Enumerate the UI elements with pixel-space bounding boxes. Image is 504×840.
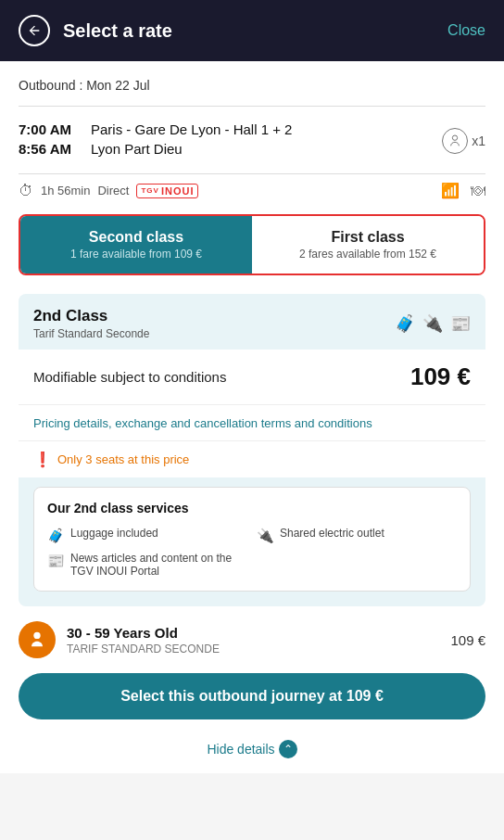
service-luggage-icon: 🧳 [47,528,65,544]
passenger-tarif-label: Tarif STANDARD SECONDE [67,643,220,655]
meta-left: ⏱ 1h 56min Direct TGV INOUI [19,183,198,199]
header: Select a rate Close [0,0,504,61]
arrive-station: Lyon Part Dieu [91,141,183,157]
back-button[interactable] [19,15,50,46]
outlet-icon: 🔌 [422,313,443,334]
service-outlet-icon: 🔌 [257,528,274,544]
close-button[interactable]: Close [447,22,485,39]
fare-card-icons: 🧳 🔌 📰 [395,313,471,334]
person-icon [447,134,462,148]
fare-card-tarif: Tarif Standard Seconde [33,327,149,340]
depart-station: Paris - Gare De Lyon - Hall 1 + 2 [91,121,292,137]
news-icon: 📰 [450,313,471,334]
service-news-icon: 📰 [47,553,65,569]
hide-details-link[interactable]: Hide details ⌃ [207,740,296,758]
class-selector: Second class 1 fare available from 109 €… [19,214,485,275]
fare-card-class-label: 2nd Class [33,307,149,325]
page-title: Select a rate [63,20,172,42]
service-news-label: News articles and content on the TGV INO… [70,552,247,578]
services-box: Our 2nd class services 🧳 Luggage include… [33,487,471,592]
fare-card: 2nd Class Tarif Standard Seconde 🧳 🔌 📰 M… [19,294,485,606]
passenger-count: x1 [472,134,485,148]
second-class-tab-name: Second class [30,229,243,246]
svg-point-0 [453,135,458,140]
back-arrow-icon [27,23,42,38]
passenger-details: 30 - 59 Years Old Tarif STANDARD SECONDE [67,625,220,655]
fare-price: 109 € [410,363,471,391]
hide-details-section: Hide details ⌃ [0,729,504,773]
warning-icon: ❗ [33,451,52,468]
type-label: Direct [97,184,129,197]
depart-row: 7:00 AM Paris - Gare De Lyon - Hall 1 + … [19,121,442,137]
meta-right: 📶 🍽 [441,182,485,199]
passenger-count-icon [442,128,468,154]
wifi-icon: 📶 [441,182,460,199]
first-class-tab-sub: 2 fares available from 152 € [261,248,474,261]
second-class-tab[interactable]: Second class 1 fare available from 109 € [20,216,252,274]
journey-section: Outbound : Mon 22 Jul [0,61,504,93]
passenger-info: 30 - 59 Years Old Tarif STANDARD SECONDE [19,621,220,658]
service-news: 📰 News articles and content on the TGV I… [47,552,247,578]
header-left: Select a rate [19,15,172,46]
arrive-row: 8:56 AM Lyon Part Dieu [19,141,442,157]
first-class-tab[interactable]: First class 2 fares available from 152 € [252,216,484,274]
condition-label: Modifiable subject to conditions [33,369,226,385]
service-luggage-label: Luggage included [70,527,158,540]
fare-card-title-col: 2nd Class Tarif Standard Seconde [33,307,149,340]
service-luggage: 🧳 Luggage included [47,527,247,544]
select-journey-button[interactable]: Select this outbound journey at 109 € [19,673,485,719]
second-class-tab-sub: 1 fare available from 109 € [30,248,243,261]
clock-icon: ⏱ [19,183,33,199]
price-row: Modifiable subject to conditions 109 € [19,350,485,404]
svg-point-1 [33,632,40,639]
fare-card-header: 2nd Class Tarif Standard Seconde 🧳 🔌 📰 [19,294,485,350]
service-outlet-label: Shared electric outlet [280,527,384,540]
outbound-label: Outbound : Mon 22 Jul [19,78,485,93]
journey-meta: ⏱ 1h 56min Direct TGV INOUI 📶 🍽 [0,174,504,214]
first-class-tab-name: First class [261,229,474,246]
passenger-row: 30 - 59 Years Old Tarif STANDARD SECONDE… [19,621,485,658]
journey-times: 7:00 AM Paris - Gare De Lyon - Hall 1 + … [0,107,504,173]
hide-details-label: Hide details [207,742,274,757]
passenger-price: 109 € [450,632,485,648]
service-outlet: 🔌 Shared electric outlet [257,527,457,544]
passenger-age-range: 30 - 59 Years Old [67,625,220,641]
luggage-icon: 🧳 [395,313,415,334]
passenger-avatar [19,621,56,658]
seats-warning: ❗ Only 3 seats at this price [19,440,485,477]
duration: 1h 56min [41,184,90,197]
passenger-badge: x1 [442,128,485,154]
content: Outbound : Mon 22 Jul 7:00 AM Paris - Ga… [0,61,504,773]
passenger-avatar-icon [27,630,47,650]
seats-warning-text: Only 3 seats at this price [57,452,189,466]
pricing-link[interactable]: Pricing details, exchange and cancellati… [33,416,372,430]
chevron-up-icon: ⌃ [279,740,297,758]
times-column: 7:00 AM Paris - Gare De Lyon - Hall 1 + … [19,121,442,160]
services-title: Our 2nd class services [47,501,457,515]
train-brand: TGV INOUI [136,184,198,198]
services-grid: 🧳 Luggage included 🔌 Shared electric out… [47,527,457,578]
pricing-link-section: Pricing details, exchange and cancellati… [19,404,485,440]
arrive-time: 8:56 AM [19,141,82,157]
restaurant-icon: 🍽 [471,183,485,199]
cta-section: Select this outbound journey at 109 € [0,673,504,729]
depart-time: 7:00 AM [19,121,82,137]
